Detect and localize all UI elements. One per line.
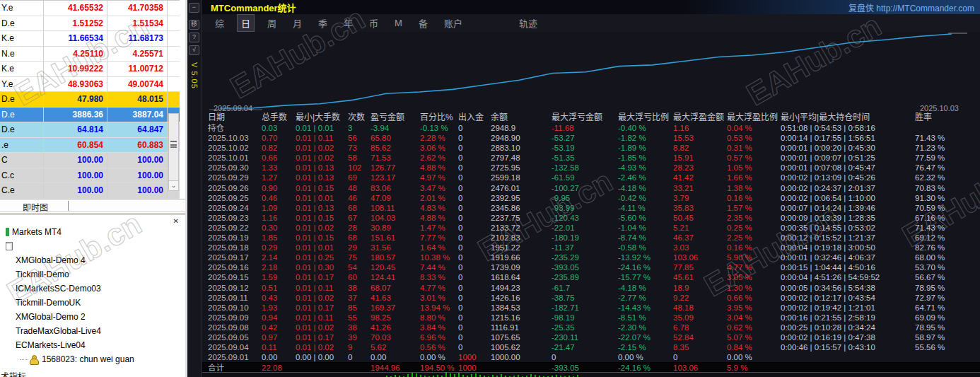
navigator-bottom-label[interactable]: 术指标 [1, 370, 26, 377]
market-watch-row[interactable]: K.e11.6653411.68173 [0, 31, 180, 47]
navigator-item[interactable]: Tickmill-Demo [16, 268, 69, 281]
symbol-label: N.e [0, 47, 44, 62]
table-cell: 0.04 % [727, 123, 781, 133]
stats-table-row: 2025.09.151.590.01 | 0.1760124.418.33 %0… [202, 272, 980, 282]
window-title: MTCommander统计 [202, 1, 296, 14]
table-cell: 0:00:01 | 0:09:07 | 0:51:25 [781, 153, 915, 163]
market-watch-scrollbar[interactable]: ⌄ [168, 113, 179, 191]
market-watch-row[interactable]: Y.e48.9306349.00744 [0, 77, 180, 93]
menu-item-4[interactable]: 季 [315, 15, 331, 31]
column-header: 胜率 [915, 112, 980, 123]
navigator-account-item[interactable]: 1568023: chun wei guan [20, 353, 134, 366]
column-header: 次数 [348, 112, 371, 123]
symbol-label: Y.e [0, 77, 44, 92]
market-watch-row[interactable]: Y.e41.6553241.70358 [0, 1, 180, 16]
table-cell: 1.85 [262, 233, 296, 243]
table-cell: 2025.09.26 [208, 183, 262, 193]
market-watch-row[interactable]: C100.00100.00 [0, 153, 180, 168]
table-cell: 78.95 % [915, 323, 980, 332]
table-cell: -0.13 % [420, 123, 458, 133]
table-cell: -5.60 % [618, 213, 673, 223]
table-cell: 2102.83 [491, 233, 552, 243]
navigator-item[interactable]: ICMarketsSC-Demo03 [16, 282, 101, 295]
table-cell: 77.85 [673, 262, 727, 272]
market-watch-row[interactable]: C.c100.00100.00 [0, 168, 180, 184]
table-cell: 2025.10.03 [208, 133, 262, 143]
menu-item-3[interactable]: 月 [289, 15, 305, 31]
ask-price: 41.70358 [107, 1, 168, 16]
close-icon[interactable]: ✕ [173, 217, 179, 225]
help-button[interactable]: ? [189, 33, 199, 42]
table-cell: 1.16 [673, 123, 727, 133]
market-watch-row[interactable]: .e60.85460.883 [0, 138, 180, 153]
move-button[interactable]: 移 [189, 20, 199, 30]
market-watch-row[interactable]: C.e100.00100.00 [0, 183, 180, 199]
market-watch-row[interactable]: K.e10.9922211.00712 [0, 62, 180, 77]
navigator-item[interactable]: ECMarkets-Live04 [16, 339, 86, 352]
table-cell: 2.28 % [420, 133, 458, 143]
table-cell: 0.30 [262, 223, 296, 233]
table-cell: 64.71 % [915, 303, 980, 313]
brand-link[interactable]: 复盘侠 http://MTCommander.com [848, 1, 980, 13]
menu-item-6[interactable]: 币 [366, 15, 382, 31]
table-cell: 0.51 [262, 283, 296, 293]
table-cell: 6.96 % [420, 332, 458, 342]
menu-item-5[interactable]: 年 [340, 15, 356, 31]
table-cell: -53.27 [552, 133, 618, 143]
navigator-item[interactable]: TradeMaxGlobal-Live4 [16, 325, 101, 337]
table-cell: 0.01 | 0.11 [296, 133, 348, 143]
column-header: 最小|大手数 [296, 112, 348, 123]
symbol-label: D.e [0, 92, 44, 107]
market-watch-row[interactable]: D.e3886.363887.04 [0, 108, 180, 123]
table-cell: 0:00:02 | 0:16:19 | 0:47:38 [781, 332, 915, 342]
menu-item-1[interactable]: 日 [237, 14, 255, 32]
ask-price: 64.847 [107, 122, 168, 137]
navigator-item[interactable] [6, 240, 13, 253]
table-cell: 0.01 | 0.15 [296, 233, 348, 243]
table-cell: 4.83 % [420, 203, 458, 213]
check-button[interactable]: √ [189, 45, 199, 55]
table-cell: 73 [348, 143, 371, 153]
table-cell: 68 [348, 233, 371, 243]
navigator-item[interactable]: XMGlobal-Demo 2 [16, 311, 86, 323]
table-cell: 0 [552, 352, 618, 362]
menu-item-10[interactable]: 轨迹 [515, 15, 541, 31]
navigator-item[interactable]: Markets MT4 [6, 226, 62, 238]
table-cell: 2883.10 [491, 143, 552, 153]
table-cell: 69.12 % [915, 233, 980, 243]
bid-price: 100.00 [44, 168, 107, 183]
stats-table-row: 2025.09.291.270.01 | 0.1369123.174.97 %0… [202, 173, 980, 182]
table-cell: 77.59 % [915, 153, 980, 163]
navigator-item[interactable]: XMGlobal-Demo 4 [16, 254, 86, 267]
market-watch-row[interactable]: D.e64.81464.847 [0, 122, 180, 138]
scrollbar-grip-icon[interactable] [170, 141, 177, 148]
table-cell: 3.79 [673, 193, 727, 203]
table-cell: 0.29 [262, 243, 296, 253]
minimize-button[interactable]: − [189, 3, 199, 13]
table-cell: 41.63 [371, 293, 420, 303]
menu-item-2[interactable]: 周 [264, 15, 280, 31]
volume-bars [386, 372, 581, 377]
table-cell: 0.01 | 0.15 [296, 213, 348, 223]
menu-item-8[interactable]: 备 [415, 15, 431, 31]
table-cell: -11.68 [552, 123, 618, 133]
table-cell: 1919.66 [491, 253, 552, 262]
market-watch-row[interactable]: D.e47.98048.015 [0, 92, 180, 108]
menu-item-7[interactable]: M [391, 16, 406, 30]
market-watch-row[interactable]: D.e1.512521.51534 [0, 16, 180, 32]
scrollbar-down-arrow-icon[interactable]: ⌄ [169, 180, 178, 190]
table-cell: 120.45 [371, 262, 420, 272]
table-cell: 0.01 | 0.13 [296, 163, 348, 173]
navigator-item[interactable]: Tickmill-DemoUK [16, 296, 81, 309]
table-cell: 1.38 % [727, 183, 781, 193]
table-cell: -4.18 % [618, 183, 673, 193]
menu-item-0[interactable]: 综 [211, 15, 228, 31]
table-cell: 0.66 % [727, 293, 781, 303]
stats-title-bar[interactable]: MTCommander统计 复盘侠 http://MTCommander.com [202, 0, 980, 14]
table-cell: 1.93 [262, 303, 296, 313]
table-cell: 56.67 % [915, 272, 980, 282]
tab-tick-chart[interactable]: 即时图 [23, 201, 48, 213]
market-watch-row[interactable]: N.e4.251104.25571 [0, 47, 180, 62]
menu-item-9[interactable]: 账户 [441, 15, 466, 31]
table-cell: -3.94 [371, 123, 420, 133]
